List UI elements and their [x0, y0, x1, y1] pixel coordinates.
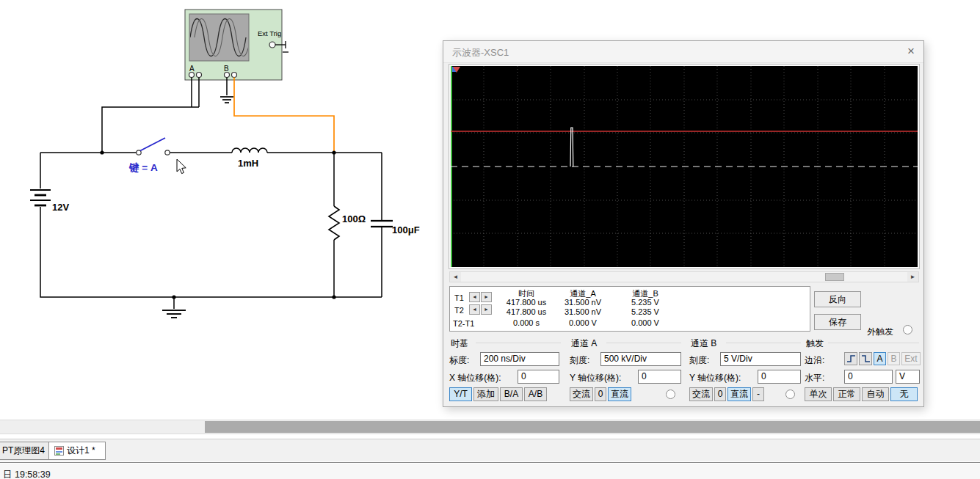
scope-icon-screen	[189, 14, 249, 61]
window-title: 示波器-XSC1	[452, 46, 509, 59]
timebase-scale-input[interactable]: 200 ns/Div	[480, 352, 559, 366]
trigger-falling-edge-button[interactable]	[859, 352, 872, 365]
oscilloscope-component[interactable]: Ext Trig A B	[185, 10, 288, 80]
ground-symbol-main[interactable]	[162, 310, 186, 318]
wires[interactable]	[40, 78, 382, 310]
t2-label: T2	[454, 306, 464, 315]
dt-channel-b-value: 0.000 V	[609, 318, 682, 327]
inductor-value-label: 1mH	[238, 158, 258, 169]
ext-trigger-radio[interactable]	[903, 325, 912, 334]
capacitor-component[interactable]: 100μF	[371, 221, 420, 235]
trigger-single-button[interactable]: 单次	[805, 387, 832, 401]
trigger-rising-edge-button[interactable]	[844, 352, 857, 365]
document-tabbar: PT原理图4 设计1 *	[0, 439, 980, 461]
timebase-yt-button[interactable]: Y/T	[449, 387, 472, 401]
trigger-channel-b-button[interactable]: B	[888, 352, 900, 365]
reverse-button[interactable]: 反向	[814, 291, 861, 307]
trigger-none-button[interactable]: 无	[890, 387, 918, 401]
channel-a-ac-button[interactable]: 交流	[570, 387, 593, 401]
channel-a-group-title: 通道 A	[571, 337, 597, 350]
trigger-level-unit-select[interactable]: V	[896, 370, 920, 384]
channel-a-plus-terminal[interactable]	[189, 73, 195, 78]
channel-a-ypos-input[interactable]: 0	[638, 370, 681, 384]
t1-channel-b-value: 5.235 V	[609, 298, 682, 307]
switch-key-label: 键 = A	[128, 162, 158, 173]
switch-component[interactable]: 键 = A	[128, 138, 170, 173]
channel-b-label: B	[224, 65, 229, 73]
channel-b-group-title: 通道 B	[691, 337, 716, 350]
channel-b-scale-input[interactable]: 5 V/Div	[720, 352, 801, 366]
scrollbar-thumb[interactable]	[825, 273, 844, 281]
trigger-auto-button[interactable]: 自动	[862, 387, 889, 401]
scrollbar-left-arrow-icon[interactable]: ◄	[450, 272, 461, 282]
scrollbar-right-arrow-icon[interactable]: ►	[907, 272, 918, 282]
tab-design1[interactable]: 设计1 *	[48, 442, 106, 460]
timebase-xpos-input[interactable]: 0	[518, 370, 559, 384]
trigger-edge-label: 边沿:	[805, 354, 824, 367]
trigger-ext-button[interactable]: Ext	[901, 352, 921, 365]
canvas-hscroll-thumb[interactable]	[205, 421, 980, 433]
timebase-group-title: 时基	[451, 337, 468, 350]
dc-source-component[interactable]: 12V	[30, 190, 69, 213]
channel-b-radio[interactable]	[785, 390, 795, 399]
channel-b-minus-button[interactable]: -	[752, 387, 764, 401]
tab-label: 设计1 *	[67, 445, 95, 457]
timebase-xpos-label: X 轴位移(格):	[449, 372, 501, 384]
save-button[interactable]: 保存	[814, 314, 861, 330]
channel-a-minus-terminal[interactable]	[197, 73, 202, 78]
t2-channel-b-value: 5.235 V	[609, 307, 682, 316]
scope-display	[449, 65, 919, 268]
wire-channel-b-orange[interactable]	[234, 78, 334, 152]
statusbar: 日 19:58:39	[0, 464, 980, 479]
resistor-component[interactable]: 100Ω	[329, 206, 366, 240]
trigger-group-title: 触发	[806, 337, 824, 350]
channel-a-dc-button[interactable]: 直流	[608, 387, 631, 401]
channel-b-ac-button[interactable]: 交流	[689, 387, 713, 401]
circuit-drawing: Ext Trig A B	[0, 0, 440, 420]
capacitor-value-label: 100μF	[392, 224, 420, 235]
ground-symbol-scope[interactable]	[220, 97, 233, 103]
trigger-level-input[interactable]: 0	[844, 370, 893, 384]
t1-left-button[interactable]: ◄	[469, 292, 480, 302]
ext-trig-terminal[interactable]	[269, 42, 275, 48]
timebase-ba-button[interactable]: B/A	[500, 387, 523, 401]
channel-b-plus-terminal[interactable]	[225, 73, 230, 78]
multisim-workspace: Ext Trig A B	[0, 0, 980, 479]
ext-trigger-label: 外触发	[867, 326, 893, 338]
rising-edge-icon	[846, 354, 856, 363]
statusbar-divider	[0, 462, 980, 463]
scope-graticule	[451, 66, 918, 267]
trigger-channel-a-button[interactable]: A	[874, 352, 886, 365]
trace-pulse-spike	[570, 128, 573, 167]
channel-b-ypos-label: Y 轴位移(格):	[689, 372, 741, 384]
inductor-component[interactable]: 1mH	[232, 148, 267, 169]
t2-t1-label: T2-T1	[453, 319, 474, 328]
channel-a-scale-label: 刻度:	[570, 354, 589, 367]
mouse-cursor-icon	[177, 159, 186, 174]
titlebar[interactable]: 示波器-XSC1 ×	[443, 41, 923, 63]
trigger-normal-button[interactable]: 正常	[833, 387, 860, 401]
oscilloscope-window: 示波器-XSC1 ×	[443, 40, 924, 407]
t1-label: T1	[454, 293, 464, 302]
channel-b-minus-terminal[interactable]	[232, 73, 237, 78]
channel-b-scale-label: 刻度:	[689, 354, 709, 367]
resistor-value-label: 100Ω	[342, 213, 366, 224]
source-value-label: 12V	[52, 202, 69, 213]
channel-b-zero-button[interactable]: 0	[714, 387, 726, 401]
timebase-ab-button[interactable]: A/B	[524, 387, 547, 401]
channel-a-radio[interactable]	[666, 390, 675, 399]
measurement-panel: T1 ◄ ► T2 ◄ ► T2-T1 时间 通道_A 通道_B 417.800…	[449, 286, 810, 332]
channel-a-ypos-label: Y 轴位移(格):	[570, 372, 621, 384]
falling-edge-icon	[861, 354, 871, 363]
t2-left-button[interactable]: ◄	[469, 304, 480, 315]
scope-scrollbar[interactable]: ◄ ►	[449, 271, 919, 282]
tab-pt-schematic4[interactable]: PT原理图4	[0, 442, 49, 460]
channel-a-label: A	[189, 65, 195, 73]
channel-a-scale-input[interactable]: 500 kV/Div	[600, 352, 681, 366]
timebase-add-button[interactable]: 添加	[473, 387, 498, 401]
statusbar-datetime: 日 19:58:39	[3, 469, 51, 479]
channel-b-ypos-input[interactable]: 0	[758, 370, 801, 384]
channel-b-dc-button[interactable]: 直流	[727, 387, 751, 401]
close-icon[interactable]: ×	[907, 44, 915, 59]
channel-a-zero-button[interactable]: 0	[595, 387, 606, 401]
